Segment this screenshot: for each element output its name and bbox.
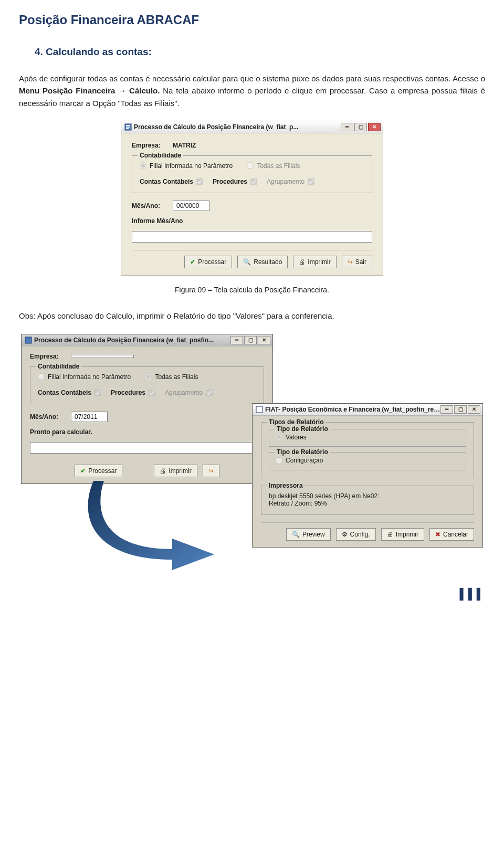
- check-proc-label: Procedures: [111, 389, 145, 396]
- radio-configuracao[interactable]: Configuração: [276, 457, 323, 464]
- radio-valores[interactable]: Valores: [276, 434, 307, 441]
- radio-valores-label: Valores: [286, 434, 307, 441]
- sair-button[interactable]: ↪Sair: [342, 256, 372, 268]
- empresa-label: Empresa:: [30, 353, 67, 360]
- dialog-titlebar[interactable]: Processo de Cálculo da Posição Financeir…: [121, 121, 383, 133]
- dialog-calculo-posicao-back: Processo de Cálculo da Posição Financeir…: [21, 334, 273, 485]
- maximize-button[interactable]: ▢: [454, 405, 467, 414]
- radio-todas-filiais[interactable]: Todas as Filiais: [247, 162, 300, 170]
- minimize-button[interactable]: ━: [341, 123, 353, 131]
- gear-icon: ⚙: [342, 531, 348, 538]
- imprimir-button[interactable]: 🖨Imprimir: [293, 256, 336, 268]
- check-procedures[interactable]: Procedures: [111, 389, 155, 396]
- exit-icon-button[interactable]: ↪: [203, 465, 219, 477]
- dialog-tipos-relatorio: FIAT- Posição Econômica e Financeira (w_…: [252, 403, 483, 548]
- resultado-button[interactable]: 🔍Resultado: [237, 256, 288, 268]
- resultado-label: Resultado: [254, 258, 282, 266]
- close-button[interactable]: ✕: [258, 336, 270, 344]
- printer-icon: 🖨: [387, 531, 393, 538]
- dialog2-titlebar[interactable]: Processo de Cálculo da Posição Financeir…: [22, 334, 272, 346]
- check-contas-contabeis[interactable]: Contas Contábeis: [140, 178, 203, 185]
- check-agrup-label: Agrupamento: [267, 178, 304, 185]
- check-procedures[interactable]: Procedures: [213, 178, 257, 185]
- svg-rect-4: [25, 337, 32, 343]
- empresa-input[interactable]: [71, 355, 134, 358]
- check-agrup-input[interactable]: [308, 178, 314, 185]
- progress-bar: [30, 442, 264, 454]
- progress-bar: [132, 231, 372, 243]
- subgroup-legend: Tipo de Relatório: [275, 425, 330, 433]
- cancelar-button[interactable]: ✖Cancelar: [429, 528, 474, 541]
- check-proc-input[interactable]: [149, 390, 155, 396]
- group-legend: Contabilidade: [138, 152, 183, 159]
- svg-rect-1: [126, 125, 130, 126]
- cancel-icon: ✖: [435, 531, 440, 538]
- imprimir-button[interactable]: 🖨Imprimir: [381, 528, 424, 541]
- minimize-button[interactable]: ━: [440, 405, 453, 414]
- check-contas-label: Contas Contábeis: [140, 178, 193, 185]
- mesano-input[interactable]: 07/2011: [71, 412, 108, 422]
- exit-icon: ↪: [348, 258, 353, 266]
- check-agrupamento[interactable]: Agrupamento: [165, 389, 213, 396]
- dialog3-titlebar[interactable]: FIAT- Posição Econômica e Financeira (w_…: [253, 404, 482, 416]
- check-proc-input[interactable]: [250, 178, 257, 185]
- config-label: Config.: [350, 531, 370, 538]
- config-button[interactable]: ⚙Config.: [336, 528, 376, 541]
- status-text: Pronto para calcular.: [30, 428, 92, 436]
- exit-icon: ↪: [208, 467, 214, 475]
- svg-rect-3: [126, 128, 129, 129]
- dialog-calculo-posicao: Processo de Cálculo da Posição Financeir…: [121, 121, 383, 277]
- svg-rect-2: [126, 127, 130, 128]
- processar-button[interactable]: ✔Processar: [184, 256, 232, 268]
- imprimir-button[interactable]: 🖨Imprimir: [154, 465, 197, 477]
- dialog2-title: Processo de Cálculo da Posição Financeir…: [34, 336, 230, 344]
- radio-todas-label: Todas as Filiais: [155, 373, 198, 381]
- check-agrupamento[interactable]: Agrupamento: [267, 178, 314, 185]
- group-contabilidade: Contabilidade Filial Informada no Parâme…: [132, 155, 372, 194]
- radio-filial-label: Filial Informada no Parâmetro: [48, 373, 131, 381]
- check-icon: ✔: [80, 467, 86, 475]
- sair-label: Sair: [355, 258, 366, 266]
- check-contas-input[interactable]: [94, 390, 101, 396]
- radio-filial-input[interactable]: [38, 373, 45, 380]
- imprimir-label: Imprimir: [396, 531, 418, 538]
- printer-icon: 🖨: [160, 467, 166, 475]
- printer-name: hp deskjet 5550 series (HPA) em Ne02:: [269, 492, 466, 500]
- maximize-button[interactable]: ▢: [354, 123, 367, 131]
- preview-label: Preview: [302, 531, 325, 538]
- check-agrup-input[interactable]: [206, 390, 213, 396]
- imprimir-label: Imprimir: [308, 258, 330, 266]
- close-button[interactable]: ✕: [368, 123, 381, 131]
- intro-paragraph: Após de configurar todas as contas é nec…: [19, 72, 485, 109]
- close-button[interactable]: ✕: [468, 405, 480, 414]
- preview-button[interactable]: 🔍Preview: [286, 528, 331, 541]
- check-contas-input[interactable]: [196, 178, 203, 185]
- group-legend: Tipos de Relatório: [267, 418, 326, 426]
- radio-todas-input[interactable]: [247, 162, 254, 169]
- mesano-input[interactable]: 00/0000: [173, 201, 209, 211]
- check-contas-contabeis[interactable]: Contas Contábeis: [38, 389, 101, 396]
- page-title: Posição Financeira ABRACAF: [19, 13, 485, 27]
- radio-filial-parametro[interactable]: Filial Informada no Parâmetro: [140, 162, 233, 170]
- radio-todas-label: Todas as Filiais: [257, 162, 300, 170]
- check-proc-label: Procedures: [213, 178, 247, 185]
- radio-todas-filiais[interactable]: Todas as Filiais: [145, 373, 198, 381]
- subgroup-legend: Tipo de Relatório: [275, 448, 330, 456]
- radio-todas-input[interactable]: [145, 373, 152, 380]
- arrow-icon: [83, 481, 219, 570]
- intro-text-pre: Após de configurar todas as contas é nec…: [19, 74, 485, 83]
- radio-config-input[interactable]: [276, 457, 282, 464]
- imprimir-label: Imprimir: [169, 467, 191, 475]
- processar-button[interactable]: ✔Processar: [75, 465, 122, 477]
- printer-icon: 🖨: [299, 258, 305, 266]
- radio-valores-input[interactable]: [276, 434, 282, 440]
- mesano-label: Mês/Ano:: [132, 202, 169, 209]
- minimize-button[interactable]: ━: [230, 336, 243, 344]
- app-icon: [256, 406, 263, 413]
- maximize-button[interactable]: ▢: [244, 336, 257, 344]
- radio-filial-input[interactable]: [140, 162, 146, 169]
- app-icon: [25, 336, 32, 344]
- dialog-title: Processo de Cálculo da Posição Financeir…: [134, 123, 341, 131]
- processar-label: Processar: [198, 258, 226, 266]
- radio-filial-parametro[interactable]: Filial Informada no Parâmetro: [38, 373, 131, 381]
